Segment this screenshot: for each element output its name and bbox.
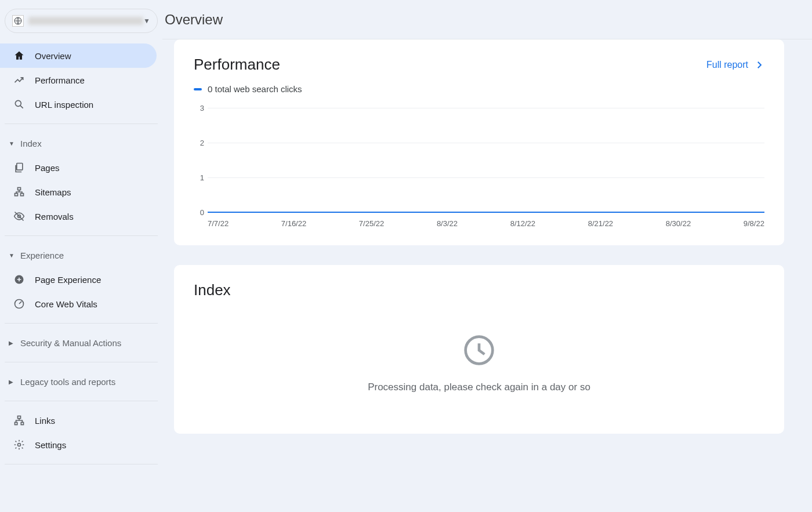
home-icon (13, 50, 26, 61)
nav-item-label: Links (35, 416, 55, 426)
chart-series-line (208, 212, 764, 213)
nav-section-index[interactable]: ▼ Index (0, 131, 162, 155)
card-title: Performance (194, 56, 280, 74)
full-report-label: Full report (706, 60, 748, 70)
y-tick-label: 1 (194, 173, 204, 182)
plus-circle-icon (13, 274, 26, 285)
caret-down-icon: ▼ (143, 17, 150, 25)
svg-rect-4 (15, 194, 18, 196)
nav-item-removals[interactable]: Removals (0, 204, 157, 228)
pages-icon (13, 162, 26, 173)
gridline (208, 143, 764, 143)
nav-item-label: Overview (35, 51, 71, 61)
visibility-off-icon (13, 210, 26, 222)
svg-rect-3 (18, 188, 21, 190)
nav-section-experience[interactable]: ▼ Experience (0, 243, 162, 267)
clock-icon (463, 334, 495, 366)
nav-divider (5, 235, 158, 236)
gridline (208, 108, 764, 108)
nav-divider (5, 323, 158, 324)
performance-card: Performance Full report 0 total web sear… (174, 39, 784, 245)
nav-item-performance[interactable]: Performance (0, 68, 157, 92)
x-tick-label: 7/16/22 (281, 219, 306, 228)
nav-item-url-inspection[interactable]: URL inspection (0, 92, 157, 117)
chevron-right-icon (754, 60, 764, 70)
nav-section-label: Legacy tools and reports (20, 377, 115, 387)
svg-rect-9 (18, 416, 21, 419)
nav-item-sitemaps[interactable]: Sitemaps (0, 180, 157, 204)
trending-up-icon (13, 74, 26, 86)
caret-down-icon: ▼ (9, 140, 17, 147)
nav-item-overview[interactable]: Overview (0, 43, 157, 68)
search-icon (13, 99, 26, 110)
nav-divider (5, 362, 158, 362)
nav: Overview Performance URL inspection ▼ In… (0, 43, 162, 464)
gear-icon (13, 439, 26, 451)
x-tick-label: 8/21/22 (588, 219, 613, 228)
caret-right-icon: ▶ (9, 379, 17, 385)
nav-section-label: Experience (20, 250, 64, 260)
page-title: Overview (165, 12, 223, 28)
nav-item-label: URL inspection (35, 100, 93, 110)
main: Overview Performance Full report 0 total (162, 0, 812, 512)
svg-rect-11 (21, 422, 23, 424)
nav-item-label: Pages (35, 163, 60, 173)
nav-section-label: Security & Manual Actions (20, 338, 121, 348)
nav-item-label: Performance (35, 75, 85, 85)
x-tick-label: 8/3/22 (437, 219, 458, 228)
gridline (208, 177, 764, 178)
nav-item-links[interactable]: Links (0, 408, 157, 433)
svg-rect-10 (15, 422, 17, 424)
x-tick-label: 7/7/22 (208, 219, 229, 228)
svg-point-12 (18, 444, 21, 446)
nav-section-label: Index (20, 139, 42, 148)
index-empty-state: Processing data, please check again in a… (194, 334, 764, 416)
speedometer-icon (13, 298, 26, 310)
legend-swatch (194, 88, 202, 90)
x-axis: 7/7/227/16/227/25/228/3/228/12/228/21/22… (208, 219, 764, 228)
nav-section-security[interactable]: ▶ Security & Manual Actions (0, 331, 162, 355)
svg-point-1 (15, 100, 21, 106)
nav-item-label: Core Web Vitals (35, 299, 97, 309)
chart-legend: 0 total web search clicks (194, 84, 764, 94)
nav-item-settings[interactable]: Settings (0, 433, 157, 457)
nav-item-core-web-vitals[interactable]: Core Web Vitals (0, 292, 157, 316)
links-icon (13, 415, 26, 426)
nav-item-pages[interactable]: Pages (0, 155, 157, 180)
nav-item-label: Page Experience (35, 275, 101, 285)
nav-item-label: Settings (35, 440, 66, 450)
y-tick-label: 3 (194, 104, 204, 112)
nav-divider (5, 401, 158, 401)
x-tick-label: 8/12/22 (510, 219, 535, 228)
svg-rect-5 (21, 194, 24, 196)
x-tick-label: 8/30/22 (666, 219, 691, 228)
nav-item-label: Sitemaps (35, 187, 71, 197)
content: Performance Full report 0 total web sear… (162, 39, 812, 512)
card-title: Index (194, 281, 764, 299)
main-header: Overview (162, 0, 812, 39)
index-empty-message: Processing data, please check again in a… (368, 382, 590, 393)
sitemap-icon (13, 186, 26, 198)
caret-right-icon: ▶ (9, 340, 17, 346)
svg-rect-2 (17, 164, 23, 170)
legend-label: 0 total web search clicks (208, 84, 302, 94)
x-tick-label: 9/8/22 (744, 219, 764, 228)
y-tick-label: 2 (194, 139, 204, 147)
y-tick-label: 0 (194, 208, 204, 217)
index-card: Index Processing data, please check agai… (174, 265, 784, 434)
full-report-link[interactable]: Full report (706, 60, 764, 70)
caret-down-icon: ▼ (9, 252, 17, 259)
performance-chart: 0123 7/7/227/16/227/25/228/3/228/12/228/… (194, 108, 764, 228)
nav-item-label: Removals (35, 212, 74, 221)
nav-section-legacy[interactable]: ▶ Legacy tools and reports (0, 369, 162, 394)
site-picker-label (28, 17, 143, 25)
site-picker[interactable]: ▼ (5, 9, 158, 33)
x-tick-label: 7/25/22 (359, 219, 384, 228)
nav-divider (5, 464, 158, 464)
globe-icon (12, 15, 24, 27)
nav-divider (5, 124, 158, 124)
nav-item-page-experience[interactable]: Page Experience (0, 267, 157, 292)
sidebar: ▼ Overview Performance URL inspection (0, 0, 162, 512)
